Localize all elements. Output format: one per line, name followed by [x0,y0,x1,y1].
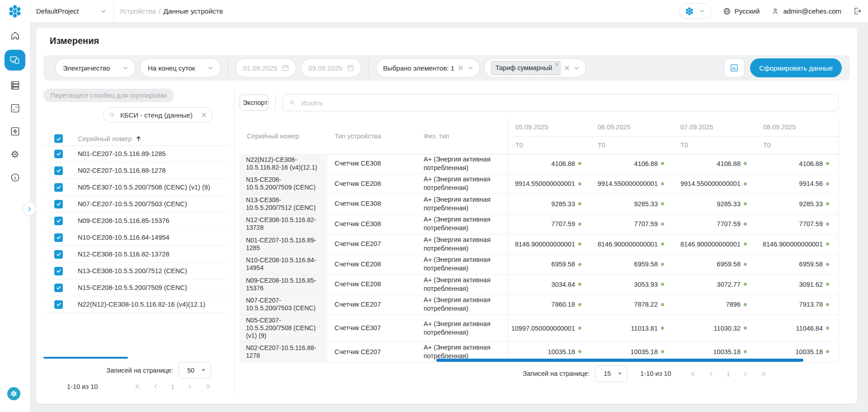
chart-view-button[interactable] [724,58,745,77]
sidebar-item-info[interactable] [0,167,30,187]
table-row[interactable]: N01-CE207-10.5.116.89-1285Счетчик СЕ207А… [240,234,839,255]
breadcrumb-section[interactable]: Устройства [119,7,156,15]
next-page-icon[interactable] [742,371,748,377]
user-email: admin@cehes.com [783,7,841,15]
sidebar-expand-button[interactable] [23,202,36,216]
table-row[interactable]: N22(N12)-CE308-10.5.116.82-16 (v4)(12.1)… [240,154,839,174]
device-panel-hscrollbar[interactable] [43,357,128,359]
table-search-input[interactable] [300,99,832,107]
value-number: 11030.32 [714,325,741,332]
tariff-subheader[interactable]: Т0 [508,137,590,154]
table-row[interactable]: N07-CE207-10.5.5.200/7503 (CENC)Счетчик … [240,295,839,315]
language-switcher[interactable]: Русский [723,7,760,15]
logout-button[interactable] [853,7,862,15]
cell-phys-type: А+ (Энергия активная потребленная) [416,214,508,234]
sidebar-item-data[interactable] [0,75,30,95]
value-number: 3072.77 [717,281,741,288]
tariff-subheader[interactable]: Т0 [756,137,839,154]
device-checkbox[interactable] [54,300,63,309]
remove-chip-icon[interactable] [555,62,559,66]
generate-data-button[interactable]: Сформировать данные [750,58,842,77]
device-list-item[interactable]: N12-CE308-10.5.116.82-13728 [43,246,229,263]
table-hscrollbar[interactable] [436,359,803,362]
page-size-select[interactable]: 50 [179,362,211,379]
device-checkbox[interactable] [54,183,63,192]
export-button[interactable]: Экспорт [240,95,269,111]
device-checkbox[interactable] [54,267,63,275]
device-list-item[interactable]: N07-CE207-10.5.5.200/7503 (CENC) [43,196,229,213]
prev-page-icon[interactable] [708,371,714,377]
column-header-device-type[interactable]: Тип устройства [327,118,416,154]
page-number[interactable]: 1 [726,370,730,378]
page-number[interactable]: 1 [171,383,175,390]
selected-devices-filter[interactable]: Выбрано элементов: 1 [376,58,480,77]
column-header-serial[interactable]: Серийный номер [240,118,327,154]
table-page-size-select[interactable]: 15 [595,365,627,382]
date-column-header[interactable]: 07.09.2025 [673,118,756,137]
assistant-fab-button[interactable] [7,387,20,400]
table-row[interactable]: N09-CE208-10.5.116.85-15376Счетчик СЕ208… [240,275,839,295]
clear-icon[interactable] [458,65,463,71]
table-row[interactable]: N05-CE307-10.5.5.200/7508 (CENC) (v1) (9… [240,315,839,342]
device-list-item[interactable]: N13-CE308-10.5.5.200/7512 (CENC) [43,263,229,279]
date-to-input[interactable]: 09.09.2025 [301,58,361,77]
clear-search-icon[interactable] [202,113,207,118]
device-list-item[interactable]: N05-CE307-10.5.5.200/7508 (CENC) (v1) (9… [43,179,229,196]
cell-value: 11030.32 [673,315,756,341]
first-page-icon[interactable] [135,384,141,389]
user-menu[interactable]: admin@cehes.com [771,7,841,15]
device-list-item[interactable]: N22(N12)-CE308-10.5.116.82-16 (v4)(12.1) [43,296,229,313]
last-page-icon[interactable] [760,371,766,377]
last-page-icon[interactable] [205,384,211,389]
next-page-icon[interactable] [187,384,193,389]
sidebar-item-home[interactable] [0,25,30,45]
device-search[interactable] [103,107,212,123]
table-search[interactable] [283,94,839,111]
prev-page-icon[interactable] [153,384,159,389]
date-column-header[interactable]: 06.09.2025 [590,118,673,137]
tariff-chip[interactable]: Тариф суммарный [491,61,561,75]
tariff-subheader[interactable]: Т0 [590,137,673,154]
user-icon [771,7,779,15]
resource-type-select[interactable]: Электричество [55,58,136,77]
sidebar-item-reports[interactable] [0,98,30,118]
device-checkbox[interactable] [54,200,63,208]
device-checkbox[interactable] [54,233,63,242]
table-row[interactable]: N12-CE308-10.5.116.82-13728Счетчик СЕ308… [240,214,839,235]
device-list-item[interactable]: N01-CE207-10.5.116.89-1285 [43,146,229,162]
first-page-icon[interactable] [690,371,696,377]
table-row[interactable]: N15-CE208-10.5.5.200/7509 (CENC)Счетчик … [240,174,839,194]
device-checkbox[interactable] [54,284,63,292]
project-selector[interactable]: DefaultProject [30,0,114,22]
device-list-header[interactable]: Серийный номер [43,132,229,146]
org-switcher[interactable] [679,3,711,19]
device-search-input[interactable] [119,111,198,119]
tariff-filter[interactable]: Тариф суммарный [484,58,586,77]
hex-cluster-mini-icon [685,7,694,16]
device-checkbox[interactable] [54,250,63,259]
table-row[interactable]: N13-CE308-10.5.5.200/7512 (CENC)Счетчик … [240,194,839,214]
sidebar-item-devices[interactable] [5,50,25,71]
date-column-header[interactable]: 05.09.2025 [508,118,590,137]
date-column-header[interactable]: 08.09.2025 [756,118,839,137]
clear-icon[interactable] [564,65,570,71]
sidebar-item-settings[interactable] [0,144,30,164]
select-all-checkbox[interactable] [54,134,63,143]
device-list-item[interactable]: N02-CE207-10.5.116.88-1278 [43,162,229,179]
device-checkbox[interactable] [54,150,63,158]
device-list-item[interactable]: N09-CE208-10.5.116.85-15376 [43,213,229,229]
date-from-input[interactable]: 01.09.2025 [236,58,296,77]
period-mode-select[interactable]: На конец суток [140,58,221,77]
device-list-item[interactable]: N10-CE208-10.5.116.84-14954 [43,229,229,246]
column-header-phys-type[interactable]: Физ. тип [416,118,508,154]
serial-column-header[interactable]: Серийный номер [78,135,132,142]
sidebar-item-equipment[interactable] [0,121,30,141]
value-number: 11013.81 [631,325,658,332]
table-row[interactable]: N10-CE208-10.5.116.84-14954Счетчик СЕ208… [240,255,839,275]
device-list-item[interactable]: N15-CE208-10.5.5.200/7509 (CENC) [43,279,229,296]
tariff-subheader[interactable]: Т0 [673,137,756,154]
device-checkbox[interactable] [54,166,63,175]
device-checkbox[interactable] [54,217,63,225]
info-icon [10,172,20,183]
cell-device-type: Счетчик СЕ207 [327,342,416,362]
